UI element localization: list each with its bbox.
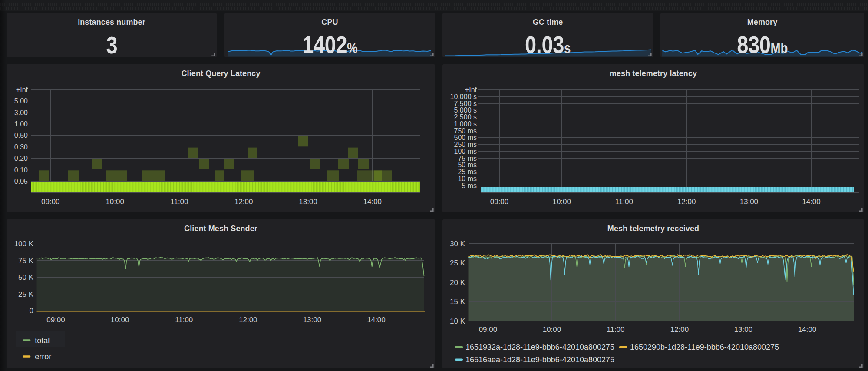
svg-text:1.000 s: 1.000 s	[454, 120, 477, 128]
svg-text:+Inf: +Inf	[465, 86, 477, 93]
svg-text:16516aea-1d28-11e9-bbb6-42010a: 16516aea-1d28-11e9-bbb6-42010a800275	[465, 355, 614, 364]
svg-text:14:00: 14:00	[363, 198, 382, 206]
svg-text:12:00: 12:00	[670, 325, 689, 334]
svg-text:10:00: 10:00	[111, 316, 129, 324]
svg-text:14:00: 14:00	[798, 325, 817, 334]
svg-text:12:00: 12:00	[239, 316, 257, 324]
svg-text:12:00: 12:00	[234, 198, 253, 206]
svg-text:0.30: 0.30	[14, 143, 28, 151]
svg-text:09:00: 09:00	[41, 198, 60, 206]
svg-text:13:00: 13:00	[299, 198, 317, 206]
svg-text:20 K: 20 K	[450, 278, 465, 287]
svg-text:0.20: 0.20	[14, 155, 28, 162]
svg-text:5.000 s: 5.000 s	[454, 106, 477, 114]
svg-text:12:00: 12:00	[677, 198, 696, 206]
svg-text:2.500 s: 2.500 s	[454, 113, 477, 121]
svg-text:10 K: 10 K	[450, 317, 465, 325]
svg-text:0.50: 0.50	[14, 132, 28, 139]
svg-text:25 K: 25 K	[18, 290, 34, 298]
svg-text:10 ms: 10 ms	[458, 175, 477, 182]
svg-text:1.00: 1.00	[14, 120, 28, 128]
svg-text:0.05: 0.05	[14, 178, 28, 185]
svg-text:25 K: 25 K	[450, 259, 465, 267]
svg-text:0: 0	[30, 307, 33, 315]
svg-text:09:00: 09:00	[479, 325, 498, 334]
svg-text:10:00: 10:00	[552, 198, 571, 206]
svg-text:error: error	[35, 352, 51, 361]
svg-text:50 K: 50 K	[18, 273, 34, 282]
svg-text:09:00: 09:00	[490, 198, 509, 206]
svg-text:11:00: 11:00	[607, 325, 624, 334]
svg-text:15 K: 15 K	[450, 298, 465, 306]
svg-text:13:00: 13:00	[740, 198, 759, 206]
svg-text:10:00: 10:00	[106, 198, 124, 206]
svg-text:13:00: 13:00	[734, 325, 753, 334]
svg-text:250 ms: 250 ms	[454, 141, 477, 148]
svg-text:14:00: 14:00	[802, 198, 821, 206]
svg-text:5.00: 5.00	[14, 97, 28, 105]
svg-text:1650290b-1d28-11e9-bbb6-42010a: 1650290b-1d28-11e9-bbb6-42010a800275	[630, 343, 779, 351]
svg-text:100 K: 100 K	[14, 240, 34, 248]
svg-text:100 ms: 100 ms	[454, 148, 477, 155]
svg-text:3.00: 3.00	[14, 109, 28, 116]
svg-text:13:00: 13:00	[303, 316, 322, 324]
svg-text:09:00: 09:00	[46, 316, 65, 324]
svg-text:+Inf: +Inf	[16, 86, 28, 93]
svg-text:11:00: 11:00	[615, 198, 633, 206]
svg-text:11:00: 11:00	[175, 316, 193, 324]
svg-text:total: total	[35, 336, 50, 345]
svg-text:10.000 s: 10.000 s	[450, 93, 477, 100]
svg-text:14:00: 14:00	[367, 316, 386, 324]
svg-text:10:00: 10:00	[543, 325, 561, 334]
svg-text:50 ms: 50 ms	[458, 161, 477, 169]
svg-text:500 ms: 500 ms	[454, 134, 477, 141]
svg-text:25 ms: 25 ms	[458, 168, 477, 176]
svg-text:7.500 s: 7.500 s	[454, 100, 477, 107]
svg-text:75 K: 75 K	[18, 257, 34, 265]
svg-text:0.10: 0.10	[14, 166, 28, 174]
svg-text:5 ms: 5 ms	[462, 182, 477, 189]
svg-text:30 K: 30 K	[450, 240, 465, 248]
svg-text:750 ms: 750 ms	[454, 127, 477, 135]
svg-text:11:00: 11:00	[170, 198, 188, 206]
svg-text:1651932a-1d28-11e9-bbb6-42010a: 1651932a-1d28-11e9-bbb6-42010a800275	[465, 343, 614, 351]
svg-text:75 ms: 75 ms	[458, 155, 477, 162]
